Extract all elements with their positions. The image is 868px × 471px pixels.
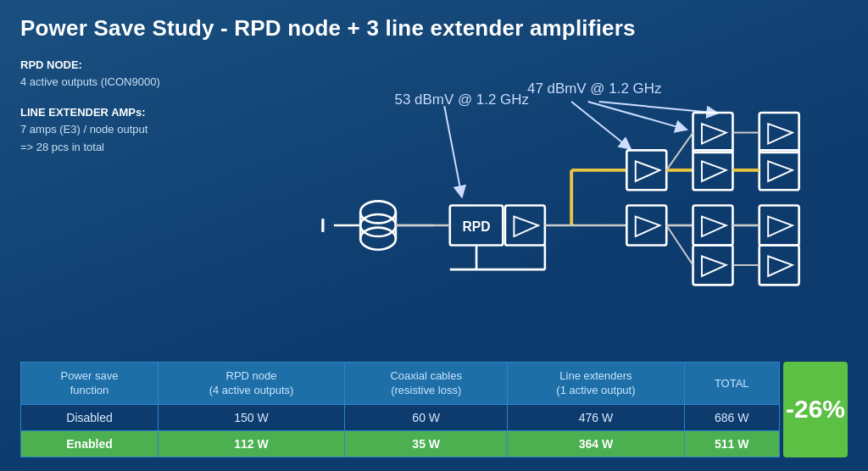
svg-marker-33 (702, 217, 726, 236)
table-header: Power savefunction RPD node(4 active out… (21, 362, 780, 404)
svg-text:RPD: RPD (463, 219, 491, 234)
rpd-node-section: RPD NODE: 4 active outputs (ICON9000) (20, 57, 207, 91)
line-extender-label: LINE EXTENDER AMPs: (20, 104, 207, 121)
col-coaxial: Coaxial cables(resistive loss) (345, 362, 508, 404)
content-area: RPD NODE: 4 active outputs (ICON9000) LI… (20, 53, 848, 353)
svg-line-36 (666, 133, 693, 170)
disabled-coaxial: 60 W (345, 405, 508, 431)
table-body: Disabled 150 W 60 W 476 W 686 W Enabled … (21, 405, 780, 457)
svg-line-2 (444, 106, 461, 192)
line-extender-detail1: 7 amps (E3) / node output (20, 121, 207, 138)
disabled-rpd: 150 W (159, 405, 345, 431)
svg-line-37 (666, 225, 693, 265)
svg-marker-17 (514, 217, 538, 236)
line-extender-section: LINE EXTENDER AMPs: 7 amps (E3) / node o… (20, 104, 207, 155)
svg-marker-43 (768, 217, 793, 236)
enabled-coaxial: 35 W (345, 431, 508, 457)
rpd-node-label: RPD NODE: (20, 57, 207, 74)
rpd-node-detail: 4 active outputs (ICON9000) (20, 74, 207, 91)
table-with-badge: Power savefunction RPD node(4 active out… (20, 362, 848, 457)
col-power-save: Power savefunction (21, 362, 159, 404)
svg-marker-35 (702, 257, 726, 276)
col-line-extenders: Line extenders(1 active output) (508, 362, 684, 404)
svg-marker-25 (636, 217, 660, 236)
network-diagram: 53 dBmV @ 1.2 GHz 47 dBmV @ 1.2 GHz (207, 53, 848, 353)
col-rpd-node: RPD node(4 active outputs) (159, 362, 345, 404)
svg-marker-41 (768, 161, 793, 180)
svg-point-6 (360, 201, 396, 223)
svg-line-3 (571, 102, 626, 146)
svg-marker-29 (702, 124, 726, 143)
enabled-row: Enabled 112 W 35 W 364 W 511 W (21, 431, 780, 457)
svg-marker-23 (636, 161, 660, 180)
page-title: Power Save Study - RPD node + 3 line ext… (20, 15, 848, 42)
enabled-label: Enabled (21, 431, 159, 457)
power-save-table: Power savefunction RPD node(4 active out… (20, 362, 780, 457)
svg-marker-39 (768, 124, 793, 143)
svg-text:47 dBmV @ 1.2 GHz: 47 dBmV @ 1.2 GHz (527, 80, 661, 97)
disabled-label: Disabled (21, 405, 159, 431)
enabled-total: 511 W (684, 431, 779, 457)
diagram-area: 53 dBmV @ 1.2 GHz 47 dBmV @ 1.2 GHz (207, 53, 848, 353)
table-section: Power savefunction RPD node(4 active out… (20, 362, 848, 457)
savings-badge: -26% (783, 362, 848, 457)
header-row: Power savefunction RPD node(4 active out… (21, 362, 780, 404)
line-extender-detail2: => 28 pcs in total (20, 139, 207, 156)
svg-marker-31 (702, 161, 726, 180)
svg-point-7 (360, 214, 396, 236)
left-info-panel: RPD NODE: 4 active outputs (ICON9000) LI… (20, 53, 207, 353)
disabled-total: 686 W (684, 405, 779, 431)
enabled-extenders: 364 W (508, 431, 684, 457)
svg-point-8 (360, 228, 396, 250)
svg-text:53 dBmV @ 1.2 GHz: 53 dBmV @ 1.2 GHz (395, 91, 529, 108)
main-container: Power Save Study - RPD node + 3 line ext… (0, 0, 868, 471)
disabled-extenders: 476 W (508, 405, 684, 431)
col-total: TOTAL (684, 362, 779, 404)
disabled-row: Disabled 150 W 60 W 476 W 686 W (21, 405, 780, 431)
svg-marker-45 (768, 257, 793, 276)
svg-line-5 (599, 102, 713, 113)
enabled-rpd: 112 W (159, 431, 345, 457)
